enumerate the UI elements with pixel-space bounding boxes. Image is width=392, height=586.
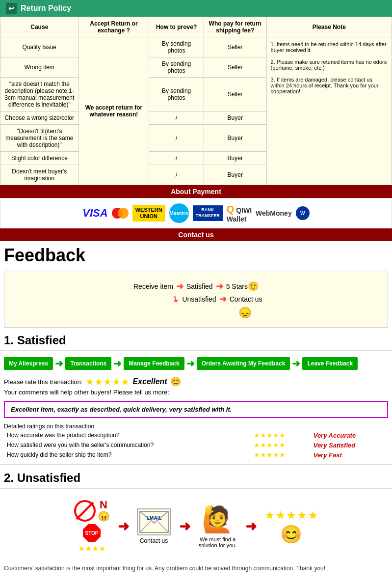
happy-emoji: 🙂 xyxy=(248,281,259,292)
detailed-label: Very Fast xyxy=(312,450,387,459)
unsatisfied-label: Unsatisfied xyxy=(182,295,216,303)
gold-stars-small: ★★★★ xyxy=(78,544,105,553)
rating-stars: ★★★★★ xyxy=(85,376,130,388)
arrow-icon: ➜ xyxy=(219,294,227,305)
flow-arrow-icon: ➜ xyxy=(179,518,190,534)
n-letter: N xyxy=(100,500,107,510)
section2-title: 2. Unsatisfied xyxy=(0,468,392,489)
steps-row: My Aliexpress ➜ Transactions ➜ Manage Fe… xyxy=(0,354,392,373)
proof-cell: / xyxy=(149,152,204,165)
result-stars: ★★★★★ xyxy=(264,508,318,522)
step-manage-feedback[interactable]: Manage Feedback xyxy=(124,357,184,370)
rating-label: Please rate this transaction: xyxy=(4,378,82,386)
payment-header: About Payment xyxy=(0,185,392,198)
return-policy-title: Return Policy xyxy=(21,4,71,13)
arrow-icon: ➜ xyxy=(216,281,223,292)
flow-item-no: N 😠 STOP ★★★★ xyxy=(74,500,110,553)
five-stars-label: 5 Stars xyxy=(226,282,248,290)
email-icon: EMAIL xyxy=(137,508,171,535)
step-arrow-icon: ➜ xyxy=(55,358,63,369)
section1-title: 1. Satisfied xyxy=(0,331,392,351)
proof-cell: By sending photos xyxy=(149,78,204,112)
payer-cell: Seller xyxy=(204,78,266,112)
detailed-row: How satisfied were you with the seller's… xyxy=(5,441,387,449)
rating-row: Please rate this transaction: ★★★★★ Exce… xyxy=(4,376,388,388)
flow-line-satisfied: Receive item ➜ Satisfied ➜ 5 Stars 🙂 xyxy=(12,281,380,292)
satisfied-label: Satisfied xyxy=(186,282,213,290)
arrow-icon: ↘ xyxy=(170,293,182,306)
proof-cell: / xyxy=(149,125,204,152)
col-accept: Accept Return or exchange ? xyxy=(78,17,149,37)
cause-cell: Quality Issue xyxy=(0,37,79,57)
comment-box: Excellent item, exactly as described, qu… xyxy=(4,401,388,418)
qiwi-logo: Q QIWIWallet xyxy=(227,204,252,223)
rating-section: Please rate this transaction: ★★★★★ Exce… xyxy=(0,373,392,398)
detailed-label: Very Accurate xyxy=(312,431,387,440)
receive-item-label: Receive item xyxy=(133,282,173,290)
detailed-title: Detailed ratings on this transaction xyxy=(4,423,388,430)
excellent-label: Excellent xyxy=(132,377,167,386)
feedback-title: Feedback xyxy=(0,241,392,268)
webmoney-logo: WebMoney xyxy=(256,209,292,217)
flow-item-email: EMAIL Contact us xyxy=(137,508,171,544)
payer-cell: Buyer xyxy=(204,152,266,165)
detailed-row: How quickly did the seller ship the item… xyxy=(5,450,387,459)
contact-us-label: Contact us xyxy=(140,537,168,544)
proof-cell: By sending photos xyxy=(149,37,204,57)
step-transactions[interactable]: Transactions xyxy=(65,357,111,370)
policy-table: Cause Accept Return or exchange ? How to… xyxy=(0,17,392,185)
accept-cell: We accept return for whatever reason! xyxy=(78,37,149,185)
flow-line-unsatisfied: ↘ Unsatisfied ➜ Contact us xyxy=(52,294,380,305)
return-policy-icon: ↩ xyxy=(6,3,17,14)
detailed-ratings-table: How accurate was the product description… xyxy=(4,430,388,460)
no-sign-icon xyxy=(74,500,96,522)
unsatisfied-flow: N 😠 STOP ★★★★ ➜ EMAIL Contact u xyxy=(0,492,392,561)
step-arrow-icon: ➜ xyxy=(186,358,195,369)
payer-cell: Seller xyxy=(204,37,266,57)
flow-arrow-icon: ➜ xyxy=(118,518,129,534)
solution-label: We must find a solution for you. xyxy=(198,536,237,548)
flow-item-question: 🙋 We must find a solution for you. xyxy=(198,504,237,548)
comment-text: Excellent item, exactly as described, qu… xyxy=(11,406,232,413)
sad-emoji-container: 😞 xyxy=(110,307,380,319)
maestro-logo: Maestro xyxy=(169,203,189,223)
note-cell: 1. Items need to be returned within 14 d… xyxy=(266,37,392,185)
comments-prompt: Your comments will help other buyers! Pl… xyxy=(4,389,388,396)
stop-sign-icon: STOP xyxy=(83,524,101,542)
western-union-logo: WESTERNUNION xyxy=(132,205,165,222)
table-row: Quality Issue We accept return for whate… xyxy=(0,37,392,57)
proof-cell: By sending photos xyxy=(149,57,204,78)
detailed-ratings: Detailed ratings on this transaction How… xyxy=(0,421,392,464)
footer-text: Customers' satisfaction is the most impo… xyxy=(0,561,392,578)
proof-cell: / xyxy=(149,165,204,185)
col-cause: Cause xyxy=(0,17,79,37)
step-arrow-icon: ➜ xyxy=(292,358,300,369)
feedback-flow-box: Receive item ➜ Satisfied ➜ 5 Stars 🙂 ↘ U… xyxy=(4,271,388,328)
svg-text:EMAIL: EMAIL xyxy=(146,515,161,521)
cause-cell: "size doesn't match the description (ple… xyxy=(0,78,79,112)
step-my-aliexpress[interactable]: My Aliexpress xyxy=(4,357,53,370)
step-leave-feedback[interactable]: Leave Feedback xyxy=(302,357,358,370)
flow-arrow-icon: ➜ xyxy=(245,518,257,534)
col-who: Who pay for return shipping fee? xyxy=(204,17,266,37)
question-person-icon: 🙋 xyxy=(202,504,234,534)
contact-header: Contact us xyxy=(0,228,392,241)
cause-cell: Doesn't meet buyer's imagination xyxy=(0,165,79,185)
arrow-icon: ➜ xyxy=(176,281,183,292)
webmoney-icon: W xyxy=(296,206,310,220)
step-orders-awaiting[interactable]: Orders Awaiting My Feedback xyxy=(197,357,290,370)
angry-emoji: 😠 xyxy=(98,510,110,522)
mastercard-logo xyxy=(112,208,129,219)
col-note: Please Note xyxy=(266,17,392,37)
col-prove: How to prove? xyxy=(149,17,204,37)
smiley-emoji: 😊 xyxy=(170,376,181,387)
happy-result-emoji: 😊 xyxy=(280,524,302,545)
sad-emoji: 😞 xyxy=(238,307,252,319)
step-arrow-icon: ➜ xyxy=(113,358,122,369)
detailed-stars: ★★★★★ xyxy=(252,450,310,459)
payer-cell: Seller xyxy=(204,57,266,78)
unsatisfied-section: 2. Unsatisfied N 😠 STOP ★★★★ ➜ xyxy=(0,464,392,578)
cause-cell: Wrong item xyxy=(0,57,79,78)
proof-cell: / xyxy=(149,112,204,125)
detailed-question: How accurate was the product description… xyxy=(5,431,251,440)
